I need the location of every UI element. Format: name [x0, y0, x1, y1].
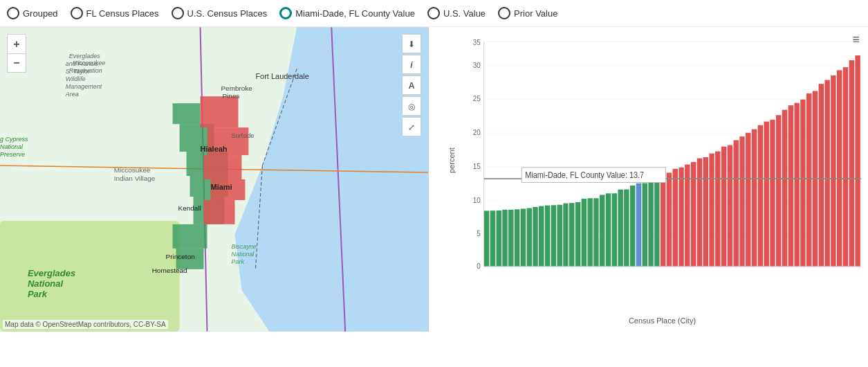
expand-button[interactable]: ⤢ [402, 117, 421, 136]
info-button[interactable]: i [402, 55, 421, 74]
svg-rect-98 [667, 172, 672, 267]
svg-rect-91 [624, 189, 629, 267]
svg-rect-81 [563, 203, 569, 267]
legend-item-prior-value[interactable]: Prior Value [498, 7, 557, 19]
y-axis-label: percent [447, 147, 456, 173]
svg-rect-17 [204, 155, 242, 179]
legend-row: Grouped FL Census Places U.S. Census Pla… [0, 0, 868, 27]
legend-label-us-value: U.S. Value [443, 8, 486, 19]
svg-text:Kendall: Kendall [178, 204, 201, 212]
svg-rect-85 [587, 198, 593, 267]
svg-rect-86 [593, 198, 599, 267]
x-axis-label: Census Place (City) [629, 316, 696, 325]
svg-text:Hialeah: Hialeah [201, 145, 228, 153]
svg-rect-108 [728, 145, 733, 266]
legend-label-miami-dade: Miami-Dade, FL County Value [295, 8, 415, 19]
svg-rect-115 [770, 120, 775, 267]
legend-item-miami-dade[interactable]: Miami-Dade, FL County Value [279, 7, 415, 19]
svg-rect-112 [752, 129, 757, 266]
svg-rect-72 [508, 210, 514, 267]
svg-text:Management: Management [66, 83, 102, 90]
svg-text:Pines: Pines [222, 92, 239, 100]
svg-rect-94 [642, 183, 647, 267]
zoom-out-button[interactable]: − [7, 53, 26, 73]
svg-rect-3 [0, 221, 180, 332]
legend-item-fl-census[interactable]: FL Census Places [71, 7, 159, 19]
svg-text:Surfside: Surfside [231, 132, 254, 139]
svg-rect-127 [843, 67, 849, 267]
svg-rect-96 [654, 179, 660, 267]
legend-label-us-census: U.S. Census Places [187, 8, 268, 19]
main-content: Miccosukee Indian Village Hialeah Miami … [0, 27, 868, 367]
svg-text:10: 10 [473, 196, 481, 204]
legend-label-prior-value: Prior Value [514, 8, 557, 19]
svg-rect-107 [721, 146, 727, 266]
svg-rect-111 [746, 133, 751, 267]
legend-circle-us-census [172, 7, 184, 19]
svg-rect-83 [575, 202, 581, 267]
svg-text:Fort Lauderdale: Fort Lauderdale [255, 72, 308, 80]
svg-text:g Cypress: g Cypress [0, 136, 28, 143]
svg-rect-79 [551, 205, 556, 267]
svg-text:35: 35 [473, 39, 481, 46]
legend-circle-miami-dade [279, 7, 292, 19]
map-panel: Miccosukee Indian Village Hialeah Miami … [0, 27, 429, 332]
svg-rect-77 [539, 206, 544, 266]
svg-text:0: 0 [477, 262, 481, 270]
legend-circle-us-value [427, 7, 440, 19]
legend-item-us-value[interactable]: U.S. Value [427, 7, 486, 19]
svg-text:Preserve: Preserve [0, 151, 25, 158]
svg-text:National: National [28, 278, 64, 289]
svg-rect-99 [672, 169, 678, 267]
text-button[interactable]: A [402, 75, 421, 95]
legend-label-fl-census: FL Census Places [86, 8, 159, 19]
svg-rect-123 [818, 84, 824, 267]
svg-rect-13 [173, 224, 207, 249]
svg-text:Park: Park [231, 258, 244, 265]
svg-rect-106 [715, 151, 721, 267]
svg-rect-126 [837, 70, 842, 267]
svg-rect-69 [490, 211, 496, 267]
svg-rect-74 [521, 208, 526, 267]
svg-rect-119 [794, 102, 800, 266]
svg-text:25: 25 [473, 95, 481, 102]
svg-text:Wildlife: Wildlife [66, 75, 86, 82]
svg-rect-95 [648, 180, 654, 267]
svg-rect-118 [788, 105, 793, 267]
svg-rect-121 [806, 93, 812, 267]
svg-rect-105 [709, 153, 714, 266]
svg-rect-128 [849, 60, 854, 267]
svg-rect-103 [697, 158, 703, 266]
svg-rect-100 [678, 168, 684, 267]
svg-rect-124 [824, 80, 830, 267]
svg-rect-82 [569, 203, 575, 267]
svg-text:Princeton: Princeton [166, 253, 195, 260]
svg-text:Everglades: Everglades [28, 268, 75, 278]
map-controls: + − [7, 34, 26, 73]
legend-item-us-census[interactable]: U.S. Census Places [172, 7, 268, 19]
zoom-in-button[interactable]: + [7, 34, 26, 53]
svg-text:Miccosukee: Miccosukee [114, 166, 151, 174]
svg-text:15: 15 [473, 163, 481, 170]
map-toolbar-right: ⬇ i A ◎ ⤢ [402, 34, 421, 136]
svg-text:Pembroke: Pembroke [221, 84, 252, 92]
svg-text:National: National [0, 143, 24, 150]
svg-text:Everglades: Everglades [69, 53, 100, 60]
svg-rect-8 [173, 103, 201, 124]
svg-text:Biscayne: Biscayne [231, 243, 256, 250]
circle-button[interactable]: ◎ [402, 96, 421, 116]
svg-text:5: 5 [477, 230, 481, 238]
svg-text:National: National [231, 251, 255, 258]
bar-chart: 0 5 10 15 20 25 30 [463, 34, 861, 304]
legend-label-grouped: Grouped [23, 8, 58, 19]
svg-rect-116 [776, 115, 782, 267]
svg-rect-70 [496, 211, 501, 267]
svg-rect-110 [739, 136, 745, 267]
legend-item-grouped[interactable]: Grouped [7, 7, 58, 19]
svg-rect-101 [685, 164, 690, 266]
svg-rect-71 [502, 210, 508, 267]
svg-rect-114 [764, 121, 769, 266]
svg-rect-87 [600, 195, 605, 267]
svg-rect-125 [831, 75, 836, 267]
download-button[interactable]: ⬇ [402, 34, 421, 53]
